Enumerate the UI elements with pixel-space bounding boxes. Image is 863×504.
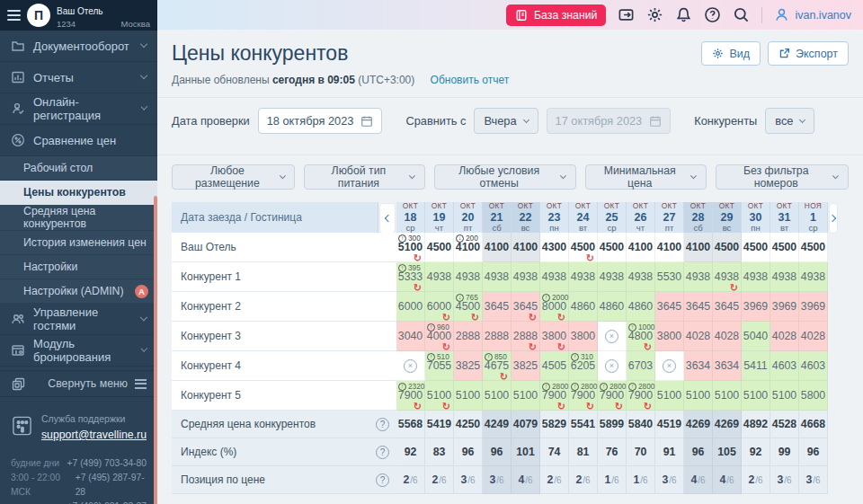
price-cell[interactable]: 4860 [569, 292, 598, 322]
price-cell[interactable]: 4100 [684, 233, 713, 262]
price-cell[interactable]: × [396, 351, 425, 381]
menu-burger-icon[interactable] [7, 10, 21, 21]
compare-select[interactable]: Вчера [474, 108, 538, 134]
price-cell[interactable]: 3645 [684, 292, 713, 322]
price-cell[interactable]: 3634 [684, 351, 713, 381]
price-cell[interactable]: ↑3106205 [569, 351, 598, 381]
price-cell[interactable]: 4938 [799, 262, 828, 292]
price-cell[interactable]: 4028 [713, 322, 742, 351]
price-cell[interactable]: × [598, 322, 627, 351]
price-cell[interactable]: 3645 [655, 292, 684, 322]
user-menu[interactable]: ivan.ivanov [774, 7, 851, 22]
price-cell[interactable]: 5100 [742, 381, 770, 411]
price-cell[interactable]: ↑28007900↻ [569, 381, 598, 411]
sidebar-scrollbar[interactable] [154, 196, 157, 504]
price-cell[interactable]: 4028 [684, 322, 713, 351]
price-cell[interactable]: 4603 [799, 351, 828, 381]
help-icon[interactable]: ? [376, 473, 389, 487]
price-cell[interactable]: 4938 [627, 262, 655, 292]
competitors-select[interactable]: все [765, 108, 814, 134]
price-cell[interactable]: 3800↻ [540, 322, 569, 351]
price-cell[interactable]: 4938 [454, 262, 483, 292]
price-cell[interactable]: 3645↻ [512, 292, 540, 322]
price-cell[interactable]: 4100 [512, 233, 540, 262]
price-cell[interactable]: 2888↻ [512, 322, 540, 351]
sidebar-item-guest-management[interactable]: Управление гостями [0, 304, 157, 335]
sidebar-item-price-comparison[interactable]: Сравнение цен [0, 125, 157, 156]
knowledge-base-button[interactable]: База знаний [506, 4, 606, 26]
check-date-input[interactable]: 18 октября 2023 [258, 108, 383, 134]
price-cell[interactable]: 4938 [598, 262, 627, 292]
price-cell[interactable]: 3969 [770, 292, 799, 322]
price-cell[interactable]: 4860 [627, 292, 655, 322]
sidebar-item-documents[interactable]: Документооборот [0, 31, 157, 62]
price-type-filter[interactable]: Минимальная цена [585, 164, 707, 190]
sidebar-item-avg-competitor-price[interactable]: Средняя цена конкурентов [0, 205, 157, 231]
documents-send-icon[interactable] [618, 6, 635, 23]
sidebar-item-reports[interactable]: Отчеты [0, 62, 157, 93]
price-cell[interactable]: 3800 [569, 322, 598, 351]
price-cell[interactable]: 5100↻ [425, 381, 454, 411]
price-cell[interactable]: ↑10004800↻ [627, 322, 655, 351]
refresh-report-link[interactable]: Обновить отчет [431, 74, 510, 86]
price-cell[interactable]: 3969 [742, 292, 770, 322]
price-cell[interactable]: ↓2004100 [454, 233, 483, 262]
price-cell[interactable]: 2888 [454, 322, 483, 351]
price-cell[interactable]: 4505 [540, 351, 569, 381]
price-cell[interactable]: 5100 [713, 381, 742, 411]
price-cell[interactable]: ↑20008000↻ [540, 292, 569, 322]
price-cell[interactable]: ↑5107055 [425, 351, 454, 381]
sidebar-item-settings[interactable]: Настройки [0, 255, 157, 279]
bell-icon[interactable] [675, 6, 692, 23]
price-cell[interactable]: 3969 [799, 292, 828, 322]
help-icon[interactable] [704, 6, 721, 23]
price-cell[interactable]: 4100 [627, 233, 655, 262]
price-cell[interactable]: 4500 [713, 233, 742, 262]
price-cell[interactable]: × [655, 351, 684, 381]
price-cell[interactable]: 4500 [598, 233, 627, 262]
price-cell[interactable]: ↑28007900↻ [540, 381, 569, 411]
price-cell[interactable]: 6000 [396, 292, 425, 322]
price-cell[interactable]: 5530 [655, 262, 684, 292]
price-cell[interactable]: ↑3005100↻ [396, 233, 425, 262]
cancellation-filter[interactable]: Любые условия отмены [434, 164, 576, 190]
gear-icon[interactable] [646, 6, 663, 23]
search-icon[interactable] [733, 6, 750, 23]
price-cell[interactable]: 4500 [425, 233, 454, 262]
price-cell[interactable]: 4860 [598, 292, 627, 322]
sidebar-item-price-history[interactable]: История изменения цен [0, 231, 157, 255]
price-cell[interactable]: 5100 [483, 381, 512, 411]
view-button[interactable]: Вид [701, 41, 761, 66]
price-cell[interactable]: ↑28007900↻ [598, 381, 627, 411]
price-cell[interactable]: 3645 [713, 292, 742, 322]
price-cell[interactable]: 6000↻ [425, 292, 454, 322]
price-cell[interactable]: 3825 [512, 351, 540, 381]
price-cell[interactable]: 4938 [483, 262, 512, 292]
price-cell[interactable]: 5800 [799, 381, 828, 411]
price-cell[interactable]: 4938 [742, 262, 770, 292]
price-cell[interactable]: 4938 [512, 262, 540, 292]
price-cell[interactable]: 3040 [396, 322, 425, 351]
price-cell[interactable]: 6703 [627, 351, 655, 381]
price-cell[interactable]: 4603 [770, 351, 799, 381]
meal-type-filter[interactable]: Любой тип питания [304, 164, 425, 190]
sidebar-item-settings-admin[interactable]: Настройки (ADMIN) A [0, 279, 157, 304]
price-cell[interactable]: ↓7654500↻ [454, 292, 483, 322]
price-cell[interactable]: 3634 [713, 351, 742, 381]
sidebar-item-booking-module[interactable]: Модуль бронирования [0, 335, 157, 367]
price-cell[interactable]: 4300 [540, 233, 569, 262]
price-cell[interactable]: ↑28007900↻ [627, 381, 655, 411]
collapse-menu-button[interactable]: Свернуть меню [0, 370, 157, 397]
price-cell[interactable]: 5040 [742, 322, 770, 351]
hotel-info[interactable]: Ваш Отель 1234 Москва [57, 1, 150, 30]
price-cell[interactable]: 4500↻ [569, 233, 598, 262]
price-cell[interactable]: 5100 [770, 381, 799, 411]
price-cell[interactable]: 5100 [512, 381, 540, 411]
price-cell[interactable]: 4028 [799, 322, 828, 351]
price-cell[interactable]: 3645 [483, 292, 512, 322]
price-cell[interactable]: 4100 [655, 233, 684, 262]
sidebar-item-dashboard[interactable]: Рабочий стол [0, 156, 157, 181]
price-cell[interactable]: 4028 [770, 322, 799, 351]
placement-filter[interactable]: Любое размещение [172, 164, 295, 190]
next-dates-button[interactable] [829, 203, 838, 234]
